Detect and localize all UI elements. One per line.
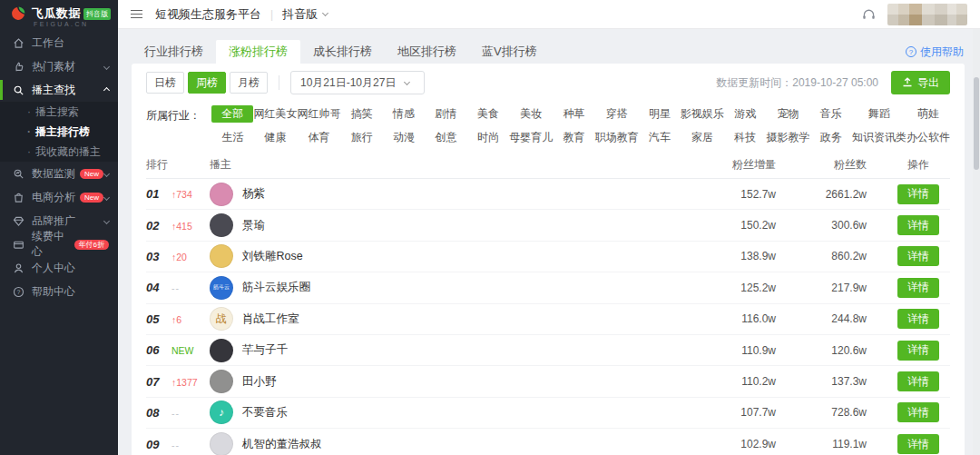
category-item[interactable]: 剧情: [425, 105, 466, 123]
streamer-name[interactable]: 肖战工作室: [242, 312, 299, 327]
period-button[interactable]: 日榜: [146, 72, 184, 94]
detail-button[interactable]: 详情: [897, 309, 939, 329]
sidebar-item-streamer-search[interactable]: 播主查找: [0, 78, 118, 102]
rank-change: NEW: [172, 345, 194, 356]
sidebar-item-hot-material[interactable]: 热门素材: [0, 54, 118, 78]
category-item[interactable]: 舞蹈: [852, 105, 906, 123]
sidebar-item-workbench[interactable]: 工作台: [0, 31, 118, 54]
search-icon: [12, 84, 24, 96]
streamer-avatar[interactable]: ♪: [210, 401, 233, 424]
category-item[interactable]: 种草: [553, 105, 594, 123]
streamer-avatar[interactable]: 筋斗云: [210, 276, 233, 300]
tab-item[interactable]: 涨粉排行榜: [216, 40, 300, 64]
period-button[interactable]: 月榜: [230, 72, 268, 94]
streamer-name[interactable]: 杨紫: [242, 186, 265, 202]
category-item[interactable]: 体育: [297, 129, 340, 146]
new-badge: New: [80, 169, 103, 179]
category-item[interactable]: 明星: [639, 105, 681, 123]
rank-change: --: [172, 408, 180, 419]
category-item[interactable]: 情感: [383, 105, 425, 123]
category-item[interactable]: 教育: [553, 129, 594, 146]
detail-button[interactable]: 详情: [897, 402, 939, 422]
category-item[interactable]: 家居: [681, 129, 724, 146]
streamer-avatar[interactable]: 战: [210, 307, 233, 331]
category-item[interactable]: 母婴育儿: [509, 129, 553, 146]
help-link[interactable]: ? 使用帮助: [906, 45, 964, 60]
category-item[interactable]: 动漫: [383, 129, 425, 146]
hamburger-menu-icon[interactable]: [131, 7, 142, 20]
sidebar-item-help-center[interactable]: ? 帮助中心: [0, 280, 118, 303]
category-item[interactable]: 网红美女: [253, 105, 297, 123]
sidebar-subitem-favorite-streamers[interactable]: 我收藏的播主: [0, 142, 118, 162]
streamer-name[interactable]: 不要音乐: [242, 405, 288, 420]
brand-name: 飞瓜数据: [32, 5, 81, 22]
category-item[interactable]: 旅行: [340, 129, 382, 146]
user-info-redacted[interactable]: [887, 4, 967, 25]
category-item[interactable]: 知识资讯类: [852, 129, 906, 146]
category-item[interactable]: 科技: [724, 129, 766, 146]
category-item[interactable]: 创意: [425, 129, 466, 146]
streamer-avatar[interactable]: [210, 370, 233, 393]
category-item[interactable]: 游戏: [724, 105, 766, 123]
category-item[interactable]: 萌娃: [906, 105, 950, 123]
category-item[interactable]: 政务: [810, 129, 852, 146]
support-headset-icon[interactable]: [861, 7, 877, 21]
tab-item[interactable]: 地区排行榜: [385, 40, 469, 64]
rank-number: 07: [146, 375, 166, 389]
period-button[interactable]: 周榜: [188, 72, 226, 94]
export-button[interactable]: 导出: [891, 71, 950, 94]
tab-item[interactable]: 蓝V排行榜: [469, 40, 550, 64]
category-item[interactable]: 网红帅哥: [297, 105, 340, 123]
detail-button[interactable]: 详情: [897, 184, 939, 204]
streamer-avatar[interactable]: [210, 244, 233, 268]
ranking-tabs: 行业排行榜 涨粉排行榜 成长排行榜 地区排行榜 蓝V排行榜 ? 使用帮助: [132, 40, 964, 64]
category-item[interactable]: 搞笑: [340, 105, 382, 123]
detail-button[interactable]: 详情: [897, 434, 939, 454]
category-item[interactable]: 全部: [211, 105, 253, 123]
sidebar-item-data-monitor[interactable]: 数据监测 New: [0, 162, 118, 185]
category-item[interactable]: 影视娱乐: [681, 105, 724, 123]
fans-gain-value: 152.7w: [640, 188, 776, 201]
sidebar-item-ecommerce-analysis[interactable]: 电商分析 New: [0, 185, 118, 209]
streamer-name[interactable]: 田小野: [242, 374, 277, 390]
streamer-avatar[interactable]: [210, 213, 233, 237]
category-item[interactable]: 摄影教学: [767, 129, 810, 146]
streamer-avatar[interactable]: [210, 339, 233, 362]
category-item[interactable]: 美妆: [509, 105, 553, 123]
category-item[interactable]: 美食: [467, 105, 509, 123]
table-row: 03 ↑20 刘铁雕Rose 138.9w 860.2w 详情: [146, 242, 950, 272]
main-content: 行业排行榜 涨粉排行榜 成长排行榜 地区排行榜 蓝V排行榜 ? 使用帮助 日榜 …: [118, 29, 980, 455]
sidebar-item-personal-center[interactable]: 个人中心: [0, 256, 118, 280]
sidebar-subitem-label: 我收藏的播主: [35, 144, 101, 160]
category-item[interactable]: 生活: [211, 129, 253, 146]
category-item[interactable]: 时尚: [467, 129, 509, 146]
streamer-name[interactable]: 景瑜: [242, 218, 265, 233]
category-item[interactable]: 穿搭: [595, 105, 639, 123]
streamer-name[interactable]: 刘铁雕Rose: [242, 249, 303, 264]
scrollbar-thumb[interactable]: [974, 77, 979, 170]
sidebar-subitem-streamer-search[interactable]: 播主搜索: [0, 102, 118, 122]
streamer-avatar[interactable]: [210, 183, 233, 206]
category-item[interactable]: 音乐: [810, 105, 852, 123]
detail-button[interactable]: 详情: [897, 371, 939, 391]
category-item[interactable]: 职场教育: [595, 129, 639, 146]
detail-button[interactable]: 详情: [897, 246, 939, 266]
category-item[interactable]: 健康: [253, 129, 297, 146]
category-item[interactable]: 汽车: [639, 129, 681, 146]
sidebar-subitem-streamer-ranking[interactable]: 播主排行榜: [0, 122, 118, 142]
streamer-avatar[interactable]: [210, 432, 233, 455]
tab-item[interactable]: 成长排行榜: [300, 40, 385, 64]
version-selector[interactable]: 抖音版: [282, 6, 328, 23]
date-range-select[interactable]: 10月21日-10月27日: [290, 71, 425, 94]
sidebar-item-renew-center[interactable]: 续费中心 年付6折: [0, 232, 118, 256]
detail-button[interactable]: 详情: [897, 341, 939, 361]
streamer-name[interactable]: 芊与子千: [242, 342, 288, 358]
detail-button[interactable]: 详情: [897, 215, 939, 235]
detail-button[interactable]: 详情: [897, 278, 939, 298]
streamer-name[interactable]: 机智的董浩叔叔: [242, 437, 322, 452]
streamer-name[interactable]: 筋斗云娱乐圈: [242, 280, 310, 295]
category-item[interactable]: 办公软件: [906, 129, 950, 146]
tab-item[interactable]: 行业排行榜: [132, 40, 216, 64]
category-item[interactable]: 宠物: [767, 105, 810, 123]
header-fans-total: 粉丝数: [776, 157, 867, 173]
